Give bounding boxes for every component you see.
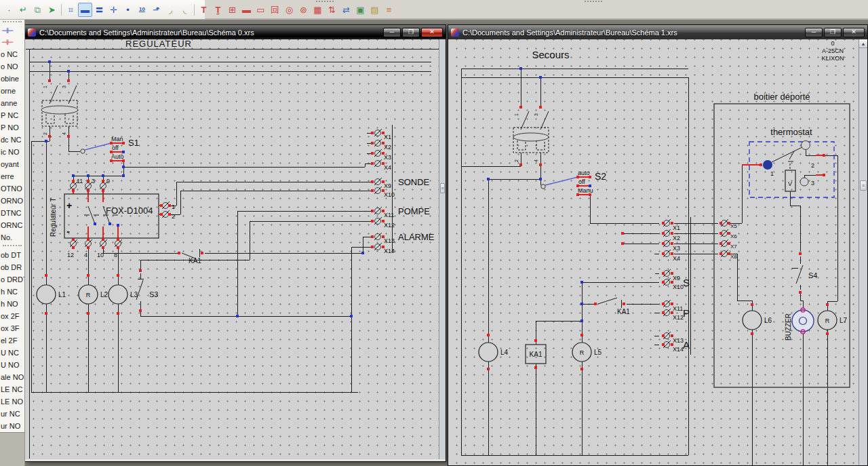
ka1-contact-label[interactable]: KA1 [617, 308, 630, 315]
terminal-label-x3[interactable]: X3 [673, 245, 680, 252]
nested-rect-tool-icon[interactable]: 回 [268, 3, 282, 17]
palette-item[interactable]: ox 3F [0, 322, 24, 334]
grid-tool-icon[interactable]: ▦ [311, 3, 325, 17]
thermostat-pin2-label[interactable]: 2 [811, 162, 814, 169]
lamp-l1[interactable] [37, 285, 56, 304]
output-letter-p[interactable]: P [683, 307, 690, 319]
thermostat-pin3-circle[interactable] [800, 178, 808, 186]
thermostat-dashed-box[interactable] [749, 142, 834, 197]
palette-item[interactable]: ur NO [0, 420, 24, 432]
palette-item[interactable]: U NC [0, 347, 24, 359]
palette-item[interactable]: anne [0, 97, 24, 109]
fox-pin-12[interactable]: 12 [67, 252, 74, 258]
fox-pin-r2[interactable]: 2 [172, 213, 175, 220]
terminal-label-x4[interactable]: X4 [673, 255, 680, 262]
palette-item[interactable]: LE NO [0, 395, 24, 408]
cross-tool-icon[interactable]: ✛ [106, 3, 121, 17]
palette-item[interactable]: OTNO [0, 182, 24, 195]
breaker-pin-3[interactable]: 3 [62, 85, 66, 88]
regulator-side-label[interactable]: Regulateur T [50, 197, 57, 237]
ka1-contact-label[interactable]: KA1 [189, 257, 201, 265]
component-icon-1[interactable]: ⊣⊢ [0, 25, 24, 37]
rect-tool-icon[interactable]: ▭ [254, 3, 268, 17]
snap-icon[interactable]: ⌗ [64, 3, 78, 17]
circle-tool-icon[interactable]: ◎ [282, 3, 296, 17]
terminal-label-x2[interactable]: X2 [384, 144, 391, 151]
toolbar-grip[interactable] [585, 1, 602, 3]
terminal-label-x1[interactable]: X1 [673, 225, 680, 231]
palette-item[interactable]: LE NC [0, 383, 24, 395]
palette-item[interactable]: ORNO [0, 195, 24, 207]
terminal-label-x12[interactable]: X12 [673, 314, 684, 321]
thermostat-pin1-dot[interactable] [763, 160, 772, 170]
dimension-tool-icon[interactable]: 10 [135, 3, 149, 17]
lamp-l6[interactable] [743, 311, 762, 330]
output-label-alarme[interactable]: ALARME [398, 232, 435, 242]
text-cursor-tool-icon[interactable]: Ṯ [211, 3, 225, 17]
close-button[interactable]: ✕ [843, 28, 865, 37]
lamp-label-l3[interactable]: L3 [130, 291, 138, 298]
breaker-pin-4[interactable]: 4 [62, 132, 66, 135]
s3-label[interactable]: S3 [149, 290, 158, 298]
breaker-pin-2[interactable]: 2 [514, 159, 519, 162]
palette-item[interactable]: ox 2F [0, 310, 24, 322]
breaker-pin-2[interactable]: 2 [43, 132, 47, 135]
fox-pin-8[interactable]: 8 [114, 252, 117, 258]
fox-pin-9[interactable]: 9 [106, 178, 110, 185]
palette-item[interactable]: orne [0, 85, 24, 97]
arc-down-tool-icon[interactable]: ◞ [163, 3, 178, 17]
terminal-label-x12[interactable]: X12 [384, 222, 395, 229]
palette-item[interactable]: el 2F [0, 334, 24, 347]
component-icon-2[interactable]: ⊣⊢ [0, 37, 24, 48]
pointer-dot-icon[interactable]: · [2, 3, 16, 17]
corner-ref-0[interactable]: 0 [831, 40, 834, 47]
vertical-arrows-tool-icon[interactable]: ⇅ [325, 3, 339, 17]
terminal-label-x5[interactable]: X5 [730, 223, 737, 229]
palette-item[interactable]: o NO [0, 60, 24, 73]
palette-item[interactable]: ic NO [0, 146, 24, 158]
corner-arrow-tool-icon[interactable]: ⬏ [149, 3, 163, 17]
palette-item[interactable]: oyant [0, 158, 24, 170]
s1-lever[interactable] [85, 143, 111, 150]
terminal-label-x10[interactable]: X10 [673, 284, 684, 290]
titlebar-schema-1[interactable]: C:\Documents and Settings\Administrateur… [448, 25, 867, 39]
maximize-button[interactable]: ❐ [824, 28, 842, 37]
s1-pivot[interactable] [81, 149, 85, 153]
terminal-label-x11[interactable]: X11 [673, 305, 683, 312]
terminal-strip-col2[interactable] [721, 219, 728, 257]
text-tool-icon[interactable]: T [197, 3, 211, 17]
fox-minus[interactable]: - [66, 225, 70, 237]
close-button[interactable]: ✕ [421, 28, 443, 37]
breaker-pin-1[interactable]: 1 [514, 113, 519, 116]
fox-pin-3[interactable]: 3 [92, 178, 95, 185]
fox-pin-4[interactable]: 4 [84, 252, 87, 258]
small-circle-tool-icon[interactable]: ⊚ [296, 3, 311, 17]
s4-label[interactable]: S4 [808, 271, 817, 279]
breaker-pin-4[interactable]: 4 [534, 159, 538, 162]
palette-item[interactable]: h NC [0, 286, 24, 298]
terminal-label-x14[interactable]: X14 [384, 248, 395, 254]
copy-icon[interactable]: ⧉ [31, 3, 45, 17]
palette-item[interactable]: ob DR [0, 261, 24, 273]
output-letter-a[interactable]: A [683, 339, 690, 351]
scrollbar-thumb[interactable]: ≡ [440, 183, 445, 193]
palette-item[interactable]: P NC [0, 109, 24, 121]
output-label-sonde[interactable]: SONDE [398, 177, 430, 187]
fox-pin-10[interactable]: 10 [97, 252, 104, 258]
terminal-label-x7[interactable]: X7 [730, 244, 737, 250]
vertical-scrollbar[interactable]: ≡ [439, 39, 446, 459]
fox-d1004-box[interactable] [64, 194, 159, 238]
palette-item[interactable]: dc NC [0, 134, 24, 146]
palette-item[interactable]: o DRDT [0, 273, 24, 286]
fox-pin-r1[interactable]: 1 [172, 203, 175, 210]
s2-label[interactable]: S2 [595, 171, 606, 182]
scrollbar-thumb[interactable]: ≡ [860, 180, 867, 191]
ka1-coil-label[interactable]: KA1 [530, 351, 542, 358]
terminal-label-x2[interactable]: X2 [673, 235, 680, 241]
terminal-label-x14[interactable]: X14 [673, 346, 684, 353]
corner-ref-klixon[interactable]: KLIXON [821, 55, 844, 62]
breaker-pin-3[interactable]: 3 [534, 113, 538, 116]
terminal-label-x9[interactable]: X9 [673, 275, 680, 281]
s2-auto-label[interactable]: auto [578, 170, 590, 176]
s2-pivot[interactable] [541, 185, 545, 189]
